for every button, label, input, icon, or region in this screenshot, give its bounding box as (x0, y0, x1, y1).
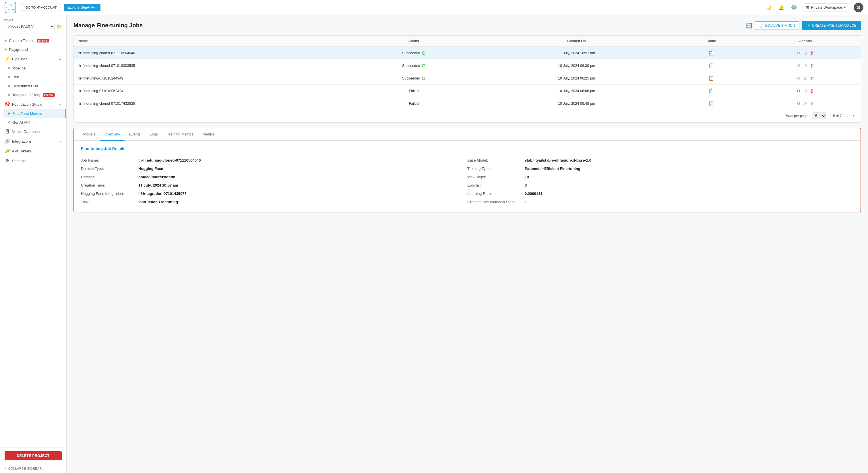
cell-status: Failed (347, 97, 481, 110)
docs-label: DOCUMENTATION (765, 24, 795, 28)
sidebar-item-run[interactable]: Run (3, 73, 66, 82)
table-row: tir-finetuning-071018062424 Failed 10 Ju… (74, 85, 861, 97)
main-content: Manage Fine-tuning Jobs 🔄 📄 DOCUMENTATIO… (67, 15, 868, 473)
status-dot-green (422, 64, 425, 67)
sidebar-item-playground[interactable]: Playground (0, 45, 66, 54)
tab-metrics[interactable]: Metrics (198, 128, 219, 140)
status-label: Failed (409, 102, 418, 106)
next-page-button[interactable]: › (851, 113, 856, 119)
retry-button[interactable]: ↺ (797, 51, 801, 56)
cell-actions: ↺ ⊙ 🗑 (750, 85, 861, 97)
tab-overview[interactable]: Overview (100, 128, 125, 140)
topnav-right: 🌙 🔔 ⚙️ ⊞ Private Workspace ▾ S (765, 3, 863, 12)
documentation-button[interactable]: 📄 DOCUMENTATION (755, 21, 799, 30)
finetuning-jobs-table-card: Name Status Created On Clone Actions tir… (73, 35, 861, 123)
collapse-icon: « (5, 467, 7, 470)
clone-icon[interactable]: 📋 (708, 51, 714, 55)
refresh-button[interactable]: 🔄 (746, 22, 752, 29)
cell-status: Failed (347, 85, 481, 97)
create-finetuning-job-button[interactable]: ＋ CREATE FINE-TUNING JOB (802, 21, 861, 30)
delete-row-button[interactable]: 🗑 (810, 51, 814, 55)
myaccount-button[interactable]: GO TO MYACCOUNT (22, 4, 60, 11)
stop-button[interactable]: ⊙ (803, 76, 807, 81)
sidebar-label-foundation-studio: Foundation Studio (12, 102, 42, 106)
sidebar-section-vector-database[interactable]: 🗄 Vector Database (0, 127, 66, 136)
detail-value: tir-finetuning-cloned-071110564040 (138, 158, 200, 162)
sidebar-section-pipelines[interactable]: ⚡ Pipelines ▲ (0, 54, 66, 64)
stop-button[interactable]: ⊙ (803, 101, 807, 106)
detail-label: Hugging Face Integration: (81, 191, 138, 196)
delete-row-button[interactable]: 🗑 (810, 88, 814, 93)
clone-icon[interactable]: 📋 (708, 101, 714, 106)
retry-button[interactable]: ↺ (797, 101, 801, 106)
badge-internal-template: Internal (43, 93, 55, 97)
stop-button[interactable]: ⊙ (803, 63, 807, 68)
sidebar-label-playground: Playground (9, 48, 28, 52)
delete-row-button[interactable]: 🗑 (810, 63, 814, 68)
cell-created-on: 10 July, 2024 06:25 pm (481, 72, 673, 85)
sidebar-item-pipeline[interactable]: Pipeline (3, 64, 66, 73)
delete-project-button[interactable]: DELETE PROJECT (5, 451, 62, 461)
explore-genai-button[interactable]: Explore GenAI API (64, 4, 100, 11)
detail-row: Task:Instruction-Finetuning (81, 198, 467, 206)
status-label: Succeeded (402, 64, 420, 68)
cell-name: tir-finetuning-cloned-071017432525 (74, 97, 347, 110)
pagination-nav: ‹ › (845, 113, 856, 119)
settings-button[interactable]: ⚙️ (790, 3, 798, 11)
delete-row-button[interactable]: 🗑 (810, 76, 814, 81)
retry-button[interactable]: ↺ (797, 88, 801, 94)
sidebar-section-integrations[interactable]: 🔗 Integrations ▾ (0, 136, 66, 146)
detail-label: Epochs: (467, 183, 525, 187)
sidebar-section-foundation-studio[interactable]: 🎯 Foundation Studio ▲ (0, 99, 66, 109)
retry-button[interactable]: ↺ (797, 63, 801, 68)
dot-icon (8, 121, 10, 123)
docs-icon: 📄 (759, 24, 764, 28)
detail-row: Epochs:3 (467, 181, 854, 189)
cell-name: tir-finetuning-cloned-071110564040 (74, 47, 347, 59)
cell-created-on: 10 July, 2024 05:48 pm (481, 97, 673, 110)
cell-created-on: 11 July, 2024 10:57 am (481, 47, 673, 59)
action-icons: ↺ ⊙ 🗑 (755, 101, 856, 106)
stop-button[interactable]: ⊙ (803, 51, 807, 56)
cell-clone: 📋 (672, 59, 750, 72)
collapse-sidebar-button[interactable]: « COLLAPSE SIDEBAR (0, 464, 66, 473)
create-label: CREATE FINE-TUNING JOB (812, 24, 857, 28)
prev-page-button[interactable]: ‹ (845, 113, 850, 119)
detail-label: Max Steps: (467, 175, 525, 179)
clone-icon[interactable]: 📋 (708, 88, 714, 93)
folder-icon[interactable]: 📁 (57, 24, 62, 29)
sidebar-label-pipeline: Pipeline (12, 66, 26, 70)
dark-mode-toggle[interactable]: 🌙 (765, 3, 773, 11)
avatar[interactable]: S (854, 3, 863, 12)
tab-events[interactable]: Events (125, 128, 145, 140)
tab-logs[interactable]: Logs (145, 128, 162, 140)
tab-models[interactable]: Models (79, 128, 100, 140)
cell-created-on: 10 July, 2024 06:06 pm (481, 85, 673, 97)
rows-per-page-select[interactable]: 5 10 25 (812, 113, 826, 119)
sidebar-section-settings[interactable]: ⚙ Settings (0, 156, 66, 166)
retry-button[interactable]: ↺ (797, 76, 801, 81)
sidebar-item-custom-tokens[interactable]: Custom Tokens Internal (0, 36, 66, 45)
sidebar-item-scheduled-run[interactable]: Scheduled Run (3, 82, 66, 90)
notifications-button[interactable]: 🔔 (777, 3, 785, 11)
foundation-studio-chevron-icon: ▲ (59, 102, 62, 106)
workspace-selector[interactable]: ⊞ Private Workspace ▾ (803, 3, 849, 11)
detail-row: Hugging Face Integration:hf-integration-… (81, 189, 467, 198)
detail-value: 3 (525, 183, 527, 187)
sidebar-item-genai-api[interactable]: GenAI API (3, 118, 66, 127)
project-select[interactable]: prj-05281051077 (4, 23, 55, 30)
cell-actions: ↺ ⊙ 🗑 (750, 59, 861, 72)
detail-left-col: Job Name:tir-finetuning-cloned-071110564… (81, 156, 467, 206)
pipelines-chevron-icon: ▲ (59, 57, 62, 61)
action-icons: ↺ ⊙ 🗑 (755, 76, 856, 81)
sidebar-section-api-tokens[interactable]: 🔑 API Tokens (0, 146, 66, 156)
delete-row-button[interactable]: 🗑 (810, 101, 814, 106)
sidebar-item-fine-tune-models[interactable]: Fine Tune Models (3, 109, 66, 118)
sidebar-item-template-gallery[interactable]: Template Gallery Internal (3, 90, 66, 99)
stop-button[interactable]: ⊙ (803, 88, 807, 94)
tab-training-metrics[interactable]: Training Metrics (162, 128, 198, 140)
cell-status: Succeeded (347, 59, 481, 72)
action-icons: ↺ ⊙ 🗑 (755, 88, 856, 94)
clone-icon[interactable]: 📋 (708, 63, 714, 68)
clone-icon[interactable]: 📋 (708, 76, 714, 81)
